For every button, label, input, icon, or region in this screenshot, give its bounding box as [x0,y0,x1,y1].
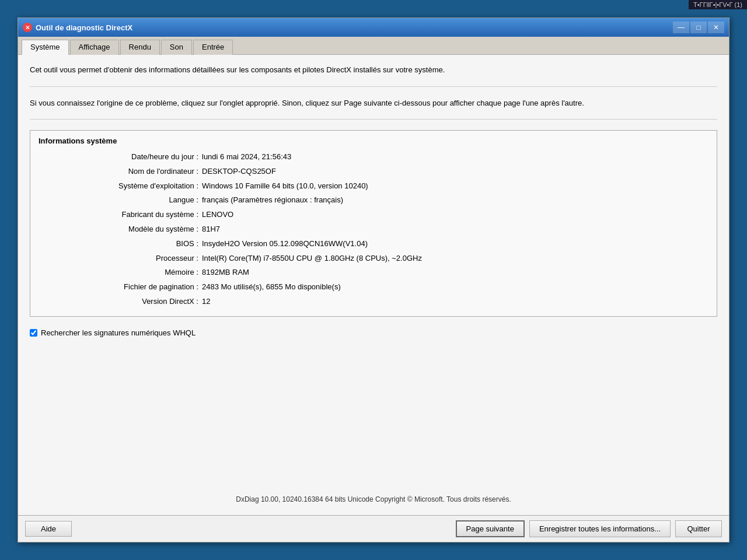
value-processor: Intel(R) Core(TM) i7-8550U CPU @ 1.80GHz… [202,253,422,265]
main-panel: Cet outil vous permet d'obtenir des info… [18,55,729,515]
table-row: Processeur : Intel(R) Core(TM) i7-8550U … [39,253,708,265]
value-bios: InsydeH2O Version 05.12.098QCN16WW(V1.04… [202,238,368,250]
table-row: Langue : français (Paramètres régionaux … [39,194,708,206]
title-bar-controls: — □ ✕ [673,22,724,33]
bottom-bar-left: Aide [25,521,72,537]
value-date: lundi 6 mai 2024, 21:56:43 [202,151,291,163]
table-row: Fichier de pagination : 2483 Mo utilisé(… [39,281,708,293]
minimize-button[interactable]: — [673,22,689,33]
value-manufacturer: LENOVO [202,209,233,221]
intro-line1: Cet outil vous permet d'obtenir des info… [30,64,717,76]
window-title: Outil de diagnostic DirectX [36,23,132,32]
value-directx: 12 [202,296,210,308]
label-os: Système d'exploitation : [39,180,202,192]
table-row: Version DirectX : 12 [39,296,708,308]
bottom-bar: Aide Page suivante Enregistrer toutes le… [18,515,729,542]
bottom-bar-right: Page suivante Enregistrer toutes les inf… [456,520,722,537]
main-window: ✕ Outil de diagnostic DirectX — □ ✕ Syst… [18,18,729,542]
aide-button[interactable]: Aide [25,521,72,537]
label-memory: Mémoire : [39,267,202,279]
info-section: Informations système Date/heure du jour … [30,130,717,317]
value-pagefile: 2483 Mo utilisé(s), 6855 Mo disponible(s… [202,281,341,293]
quitter-button[interactable]: Quitter [675,520,722,537]
label-date: Date/heure du jour : [39,151,202,163]
label-language: Langue : [39,194,202,206]
table-row: Nom de l'ordinateur : DESKTOP-CQS25OF [39,166,708,178]
whql-label[interactable]: Rechercher les signatures numériques WHQ… [41,328,196,337]
enregistrer-button[interactable]: Enregistrer toutes les informations... [529,520,671,537]
value-model: 81H7 [202,223,220,236]
label-processor: Processeur : [39,253,202,265]
label-pagefile: Fichier de pagination : [39,281,202,293]
table-row: Modèle du système : 81H7 [39,223,708,236]
page-suivante-button[interactable]: Page suivante [456,520,525,537]
label-bios: BIOS : [39,238,202,250]
intro-line2: Si vous connaissez l'origine de ce probl… [30,97,717,109]
table-row: Date/heure du jour : lundi 6 mai 2024, 2… [39,151,708,163]
tab-affichage[interactable]: Affichage [70,40,119,55]
value-language: français (Paramètres régionaux : françai… [202,194,343,206]
taskbar-label: T•ΓΓllΓ•|•ΓV•Γ (1) [689,0,747,9]
table-row: Système d'exploitation : Windows 10 Fami… [39,180,708,192]
info-table: Date/heure du jour : lundi 6 mai 2024, 2… [39,151,708,308]
label-manufacturer: Fabricant du système : [39,209,202,221]
label-model: Modèle du système : [39,223,202,236]
window-content: Système Affichage Rendu Son Entrée Cet o… [18,37,729,515]
section-title: Informations système [39,136,708,145]
app-icon: ✕ [23,23,32,32]
label-computer: Nom de l'ordinateur : [39,166,202,178]
tab-entree[interactable]: Entrée [193,40,233,55]
table-row: Fabricant du système : LENOVO [39,209,708,221]
close-button[interactable]: ✕ [708,22,724,33]
value-os: Windows 10 Famille 64 bits (10.0, versio… [202,180,368,192]
tab-systeme[interactable]: Système [22,40,69,55]
tab-son[interactable]: Son [161,40,192,55]
maximize-button[interactable]: □ [690,22,707,33]
separator-2 [30,119,717,120]
title-bar: ✕ Outil de diagnostic DirectX — □ ✕ [18,18,729,37]
value-memory: 8192MB RAM [202,267,249,279]
label-directx: Version DirectX : [39,296,202,308]
copyright-text: DxDiag 10.00, 10240.16384 64 bits Unicod… [30,491,717,506]
tab-bar: Système Affichage Rendu Son Entrée [18,37,729,55]
table-row: BIOS : InsydeH2O Version 05.12.098QCN16W… [39,238,708,250]
title-bar-left: ✕ Outil de diagnostic DirectX [23,23,132,32]
whql-checkbox[interactable] [30,329,37,337]
separator-1 [30,86,717,87]
whql-checkbox-row: Rechercher les signatures numériques WHQ… [30,328,717,337]
value-computer: DESKTOP-CQS25OF [202,166,276,178]
table-row: Mémoire : 8192MB RAM [39,267,708,279]
tab-rendu[interactable]: Rendu [120,40,160,55]
